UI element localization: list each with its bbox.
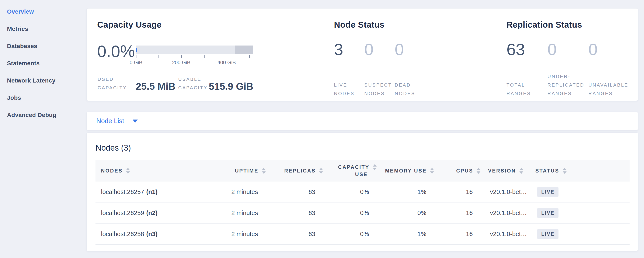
sidebar-item-overview[interactable]: Overview <box>7 3 84 20</box>
status-cell: LIVE <box>537 223 558 245</box>
status-badge: LIVE <box>537 229 558 239</box>
live-nodes-label: LIVE NODES <box>334 81 364 98</box>
replicas-cell: 63 <box>308 202 315 223</box>
replication-status-title: Replication Status <box>506 20 582 30</box>
capacity-used-percent: 0.0% <box>97 42 135 61</box>
view-selector-panel: Node List <box>86 112 638 131</box>
nodes-table-body: localhost:26257 (n1) 2 minutes 63 0% 1% … <box>96 181 630 245</box>
under-replicated-count: 0 <box>548 40 587 58</box>
axis-label-200gib: 200 GiB <box>172 60 190 66</box>
column-label-replicas: REPLICAS <box>284 168 316 174</box>
cpus-cell: 16 <box>466 223 473 245</box>
usable-capacity-value: 515.9 GiB <box>209 81 253 92</box>
column-label-use: USE <box>355 171 368 178</box>
node-address-cell[interactable]: localhost:26257 (n1) <box>101 181 158 202</box>
dead-nodes-count: 0 <box>395 40 424 58</box>
cluster-summary-panel: Capacity Usage 0.0% 0 GiB 200 GiB 400 Gi… <box>86 8 638 101</box>
dead-nodes-metric: 0 DEAD NODES <box>395 40 424 98</box>
sidebar-item-statements[interactable]: Statements <box>7 55 84 72</box>
table-row-node-n3[interactable]: localhost:26258 (n3) 2 minutes 63 0% 1% … <box>96 223 630 245</box>
capacity-use-cell: 0% <box>360 223 369 245</box>
replicas-cell: 63 <box>308 181 315 202</box>
sort-icon <box>476 168 480 174</box>
node-address: localhost:26257 <box>101 188 144 195</box>
capacity-axis-ticks <box>136 55 253 58</box>
column-header-capacity-use[interactable]: CAPACITY USE <box>338 160 377 181</box>
sort-icon <box>319 168 323 174</box>
column-header-status[interactable]: STATUS <box>535 160 566 181</box>
total-ranges-count: 63 <box>506 40 546 58</box>
dead-nodes-label: DEAD NODES <box>395 81 424 98</box>
cpus-cell: 16 <box>466 202 473 223</box>
axis-label-0gib: 0 GiB <box>130 60 142 66</box>
sidebar-item-advanced-debug[interactable]: Advanced Debug <box>7 106 84 123</box>
chevron-down-icon <box>132 119 138 123</box>
column-label-nodes: NODES <box>101 168 123 174</box>
version-cell: v20.1.0-bet… <box>490 202 527 223</box>
node-list-dropdown-label: Node List <box>96 117 124 125</box>
unavailable-ranges-count: 0 <box>588 40 631 58</box>
node-status-title: Node Status <box>334 20 384 30</box>
table-row-node-n2[interactable]: localhost:26259 (n2) 2 minutes 63 0% 0% … <box>96 202 630 223</box>
capacity-usage-gauge: 0 GiB 200 GiB 400 GiB <box>136 46 253 54</box>
under-replicated-metric: 0 UNDER- REPLICATED RANGES <box>548 40 587 98</box>
node-address-cell[interactable]: localhost:26259 (n2) <box>101 202 158 223</box>
sort-icon <box>262 168 266 174</box>
live-nodes-metric: 3 LIVE NODES <box>334 40 364 98</box>
status-cell: LIVE <box>537 181 558 202</box>
version-cell: v20.1.0-bet… <box>490 223 527 245</box>
column-header-memory-use[interactable]: MEMORY USE <box>385 160 434 181</box>
used-capacity-label: USED CAPACITY <box>98 75 127 92</box>
uptime-cell: 2 minutes <box>231 181 258 202</box>
column-header-version[interactable]: VERSION <box>488 160 523 181</box>
column-label-memory: MEMORY USE <box>385 168 427 174</box>
suspect-nodes-label: SUSPECT NODES <box>364 81 394 98</box>
column-label-status: STATUS <box>535 168 559 174</box>
status-badge: LIVE <box>537 187 558 197</box>
unavailable-ranges-metric: 0 UNAVAILABLE RANGES <box>588 40 631 98</box>
nodes-table-header: NODES UPTIME REPLICAS CAPACITY USE <box>96 160 630 181</box>
replicas-cell: 63 <box>308 223 315 245</box>
column-header-cpus[interactable]: CPUS <box>456 160 480 181</box>
used-capacity-value: 25.5 MiB <box>136 81 176 92</box>
sidebar-item-metrics[interactable]: Metrics <box>7 20 84 37</box>
column-label-capacity: CAPACITY <box>338 164 370 171</box>
sidebar: Overview Metrics Databases Statements Ne… <box>7 3 84 123</box>
suspect-nodes-metric: 0 SUSPECT NODES <box>364 40 394 98</box>
node-list-dropdown[interactable]: Node List <box>96 117 138 125</box>
total-ranges-label: TOTAL RANGES <box>506 81 546 98</box>
axis-label-400gib: 400 GiB <box>218 60 236 66</box>
sidebar-item-network-latency[interactable]: Network Latency <box>7 72 84 89</box>
unavailable-ranges-label: UNAVAILABLE RANGES <box>588 81 631 98</box>
sort-icon <box>430 168 434 174</box>
capacity-use-cell: 0% <box>360 202 369 223</box>
status-badge: LIVE <box>537 208 558 218</box>
memory-use-cell: 0% <box>418 202 426 223</box>
status-cell: LIVE <box>537 202 558 223</box>
node-id: (n3) <box>146 230 158 237</box>
version-cell: v20.1.0-bet… <box>490 181 527 202</box>
table-row-node-n1[interactable]: localhost:26257 (n1) 2 minutes 63 0% 1% … <box>96 181 630 202</box>
column-header-nodes[interactable]: NODES <box>101 160 130 181</box>
live-nodes-count: 3 <box>334 40 364 58</box>
column-label-uptime: UPTIME <box>235 168 258 174</box>
nodes-column-divider <box>210 181 210 245</box>
column-label-version: VERSION <box>488 168 516 174</box>
capacity-bar-other-segment <box>235 46 253 54</box>
sort-icon <box>563 168 566 174</box>
sidebar-item-jobs[interactable]: Jobs <box>7 89 84 106</box>
total-ranges-metric: 63 TOTAL RANGES <box>506 40 546 98</box>
column-header-uptime[interactable]: UPTIME <box>235 160 266 181</box>
node-address: localhost:26259 <box>101 209 144 216</box>
node-address: localhost:26258 <box>101 230 144 237</box>
column-header-replicas[interactable]: REPLICAS <box>284 160 323 181</box>
nodes-heading: Nodes (3) <box>96 143 131 153</box>
nodes-panel: Nodes (3) NODES UPTIME REPLICAS CAPACITY <box>86 133 638 251</box>
node-address-cell[interactable]: localhost:26258 (n3) <box>101 223 158 245</box>
memory-use-cell: 1% <box>418 223 426 245</box>
sidebar-item-databases[interactable]: Databases <box>7 37 84 55</box>
capacity-usage-title: Capacity Usage <box>97 20 162 30</box>
capacity-use-cell: 0% <box>360 181 369 202</box>
uptime-cell: 2 minutes <box>231 223 258 245</box>
sort-icon <box>520 168 523 174</box>
